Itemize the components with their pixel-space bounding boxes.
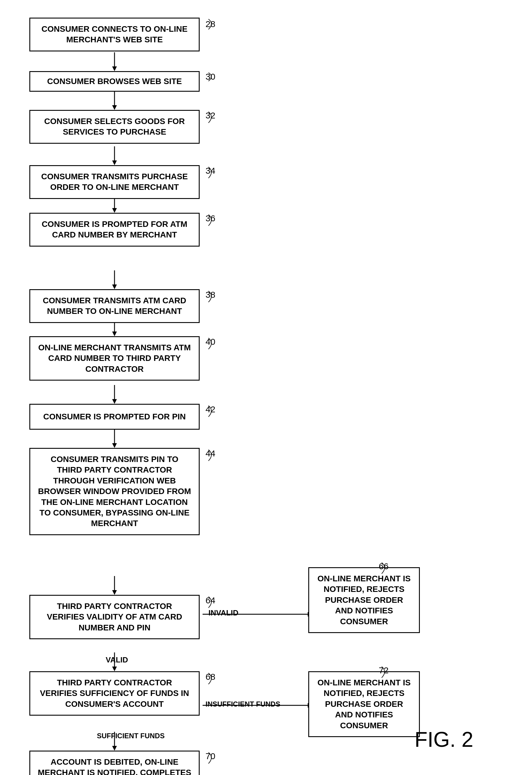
- bracket-66: [373, 561, 390, 576]
- box-30-label: CONSUMER BROWSES WEB SITE: [47, 76, 182, 87]
- box-38-label: CONSUMER TRANSMITS ATM CARD NUMBER TO ON…: [43, 296, 186, 316]
- box-64: THIRD PARTY CONTRACTOR VERIFIES VALIDITY…: [29, 595, 200, 639]
- box-44-label: CONSUMER TRANSMITS PIN TO THIRD PARTY CO…: [38, 455, 191, 528]
- box-36-label: CONSUMER IS PROMPTED FOR ATM CARD NUMBER…: [42, 220, 187, 239]
- diagram-container: CONSUMER CONNECTS TO ON-LINE MERCHANT'S …: [0, 0, 532, 775]
- box-40: ON-LINE MERCHANT TRANSMITS ATM CARD NUMB…: [29, 336, 200, 381]
- svg-marker-21: [112, 667, 117, 671]
- box-64-label: THIRD PARTY CONTRACTOR VERIFIES VALIDITY…: [47, 602, 182, 632]
- box-28-label: CONSUMER CONNECTS TO ON-LINE MERCHANT'S …: [41, 24, 187, 44]
- bracket-28: [200, 18, 217, 32]
- bracket-36: [200, 214, 217, 228]
- bracket-72: [373, 665, 390, 680]
- box-42-label: CONSUMER IS PROMPTED FOR PIN: [43, 411, 186, 422]
- bracket-64: [200, 596, 217, 610]
- bracket-30: [200, 72, 217, 83]
- box-30: CONSUMER BROWSES WEB SITE: [29, 71, 200, 92]
- svg-marker-5: [112, 160, 117, 165]
- bracket-42: [200, 404, 217, 419]
- box-66: ON-LINE MERCHANT IS NOTIFIED, REJECTS PU…: [308, 567, 420, 633]
- box-38: CONSUMER TRANSMITS ATM CARD NUMBER TO ON…: [29, 289, 200, 323]
- bracket-44: [200, 448, 217, 463]
- bracket-70: [200, 751, 217, 766]
- box-42: CONSUMER IS PROMPTED FOR PIN: [29, 404, 200, 430]
- invalid-label: INVALID: [208, 609, 238, 618]
- box-36: CONSUMER IS PROMPTED FOR ATM CARD NUMBER…: [29, 213, 200, 247]
- box-70: ACCOUNT IS DEBITED, ON-LINE MERCHANT IS …: [29, 751, 200, 775]
- bracket-32: [200, 110, 217, 125]
- svg-marker-17: [112, 590, 117, 595]
- bracket-34: [200, 166, 217, 180]
- svg-marker-15: [112, 443, 117, 448]
- bracket-38: [200, 290, 217, 305]
- valid-label: VALID: [106, 655, 128, 665]
- sufficient-label: SUFFICIENT FUNDS: [97, 732, 165, 740]
- box-34-label: CONSUMER TRANSMITS PURCHASE ORDER TO ON-…: [41, 172, 188, 191]
- box-72-label: ON-LINE MERCHANT IS NOTIFIED, REJECTS PU…: [317, 678, 410, 730]
- svg-marker-25: [112, 746, 117, 751]
- bracket-68: [200, 672, 217, 687]
- insufficient-label: INSUFFICIENT FUNDS: [206, 700, 280, 708]
- box-66-label: ON-LINE MERCHANT IS NOTIFIED, REJECTS PU…: [317, 574, 410, 626]
- box-40-label: ON-LINE MERCHANT TRANSMITS ATM CARD NUMB…: [38, 343, 191, 374]
- box-28: CONSUMER CONNECTS TO ON-LINE MERCHANT'S …: [29, 18, 200, 51]
- svg-marker-1: [112, 66, 117, 71]
- box-32: CONSUMER SELECTS GOODS FOR SERVICES TO P…: [29, 110, 200, 144]
- svg-marker-11: [112, 332, 117, 336]
- box-72: ON-LINE MERCHANT IS NOTIFIED, REJECTS PU…: [308, 671, 420, 737]
- box-44: CONSUMER TRANSMITS PIN TO THIRD PARTY CO…: [29, 448, 200, 535]
- svg-marker-3: [112, 105, 117, 110]
- svg-marker-13: [112, 399, 117, 404]
- box-68: THIRD PARTY CONTRACTOR VERIFIES SUFFICIE…: [29, 671, 200, 716]
- bracket-40: [200, 337, 217, 352]
- box-34: CONSUMER TRANSMITS PURCHASE ORDER TO ON-…: [29, 165, 200, 199]
- svg-marker-9: [112, 285, 117, 289]
- svg-marker-7: [112, 208, 117, 213]
- box-70-label: ACCOUNT IS DEBITED, ON-LINE MERCHANT IS …: [38, 757, 191, 775]
- box-68-label: THIRD PARTY CONTRACTOR VERIFIES SUFFICIE…: [40, 678, 189, 709]
- box-32-label: CONSUMER SELECTS GOODS FOR SERVICES TO P…: [44, 117, 185, 136]
- figure-label: FIG. 2: [415, 727, 473, 752]
